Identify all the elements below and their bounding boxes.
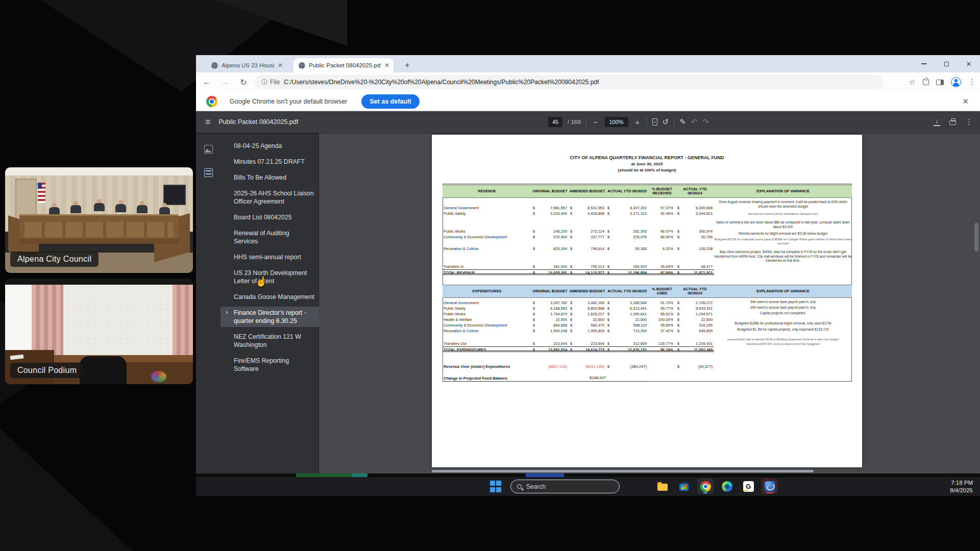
address-bar[interactable]: ⓘ File C:/Users/steves/OneDrive%20-%20Ci… [254, 75, 883, 89]
table-row: General Government $7,981,557 $8,531,953… [443, 205, 714, 211]
globe-favicon [211, 62, 218, 69]
chrome-logo-icon [206, 96, 217, 107]
col-header: ORIGINAL BUDGET [531, 285, 569, 297]
photos-app-icon[interactable] [719, 479, 735, 494]
feed-label: Alpena City Council [10, 252, 99, 267]
background-shape [0, 429, 133, 551]
tab-alpena-housing[interactable]: Alpena US 23 Housing Overvie ✕ [206, 58, 287, 72]
taskbar-search[interactable]: Search [510, 480, 620, 493]
window-controls: ✕ [913, 55, 980, 72]
bookmark-star-icon[interactable]: ☆ [909, 78, 916, 87]
zoom-out-icon[interactable]: − [592, 118, 600, 127]
url-text: C:/Users/steves/OneDrive%20-%20City%20of… [284, 79, 599, 86]
back-icon[interactable]: ← [199, 74, 214, 90]
restore-button[interactable] [935, 55, 958, 72]
new-tab-button[interactable]: + [401, 59, 413, 71]
g-app-icon[interactable]: G [740, 479, 756, 494]
minimize-button[interactable] [913, 55, 935, 72]
taskbar-clock[interactable]: 7:18 PM 8/4/2025 [950, 479, 973, 494]
outline-item[interactable]: Fire/EMS Reporting Software [220, 355, 319, 375]
redo-icon[interactable]: ↷ [702, 117, 709, 127]
download-icon[interactable]: ↓ [934, 118, 940, 126]
outline-panel-button[interactable] [200, 164, 216, 181]
table-row: Public Works $248,230 $273,124 $262,393 … [443, 229, 714, 234]
rotate-icon[interactable]: ↺ [663, 117, 669, 127]
outline-item[interactable]: NEZ Certification 121 W Washington [220, 331, 319, 351]
pdf-page: CITY OF ALPENA QUARTERLY FINANCIAL REPOR… [432, 135, 862, 467]
podium-chair [80, 356, 127, 384]
toolbar-right: ☆ ⋮ [909, 75, 976, 89]
variance-note: Reimbursements for blight removal are $1… [714, 232, 852, 236]
menu-dots-icon[interactable]: ⋮ [968, 78, 976, 87]
outline-item[interactable]: Canada Goose Management [220, 291, 319, 303]
streaming-app-icon[interactable] [762, 479, 778, 494]
table-row: Recreation & Culture $820,304 $796,614 $… [443, 246, 714, 252]
set-as-default-button[interactable]: Set as default [361, 94, 419, 109]
chamber-ceiling [5, 167, 193, 176]
browser-toolbar: ← → ↻ ⓘ File C:/Users/steves/OneDrive%20… [196, 72, 980, 92]
file-scheme-chip[interactable]: ⓘ File [261, 78, 280, 87]
table-row: Recreation & Culture $1,500,248 $1,905,8… [443, 328, 714, 334]
print-icon[interactable] [949, 120, 956, 125]
revenue-rows: General Government $7,981,557 $8,531,953… [443, 205, 714, 275]
pdf-menu-icon[interactable]: ≡ [205, 117, 211, 128]
time: 7:18 PM [950, 479, 973, 487]
side-panel-icon[interactable] [936, 80, 944, 85]
zoom-in-icon[interactable]: + [633, 118, 642, 127]
revenue-header-row: REVENUE ORIGINAL BUDGET AMENDED BUDGET A… [443, 185, 852, 198]
extensions-icon[interactable] [923, 79, 929, 85]
vertical-scrollbar-thumb[interactable] [974, 223, 978, 252]
pdf-actions: ↓ ⋮ [934, 111, 973, 133]
more-options-icon[interactable]: ⋮ [965, 117, 973, 127]
profile-avatar[interactable] [951, 77, 961, 87]
page-number-input[interactable]: 45 [548, 117, 562, 127]
outline-item[interactable]: Finance Director's report - quarter endi… [220, 307, 319, 327]
horizontal-scrollbar-thumb[interactable] [432, 470, 814, 472]
outline-item[interactable]: Bills To Be Allowed [220, 171, 319, 184]
chrome-taskbar-icon[interactable] [697, 479, 714, 494]
undo-icon[interactable]: ↶ [691, 117, 698, 127]
table-row: Transfers Out $223,694 $223,694 $312,659… [443, 341, 714, 346]
fit-to-page-icon[interactable] [652, 118, 657, 126]
fund-balance-value: $188,937 [562, 375, 606, 380]
microsoft-store-icon[interactable] [676, 479, 692, 494]
council-chamber-video-feed: Alpena City Council [5, 167, 193, 273]
outline-icon [204, 168, 213, 177]
thumbnails-panel-button[interactable] [200, 141, 216, 157]
chrome-window: Alpena US 23 Housing Overvie ✕ Public Pa… [196, 55, 980, 473]
close-button[interactable]: ✕ [958, 55, 980, 72]
outline-item[interactable]: HHS semi-annual report [220, 251, 319, 263]
divider [647, 117, 647, 127]
col-header: ORIGINAL BUDGET [531, 185, 569, 197]
tab-close-icon[interactable]: ✕ [384, 62, 389, 69]
start-button[interactable] [490, 481, 502, 492]
outline-item[interactable]: 08-04-25 Agenda [220, 140, 319, 152]
search-label: Search [526, 483, 546, 490]
banner-close-icon[interactable]: ✕ [962, 97, 969, 106]
forward-icon[interactable]: → [217, 74, 233, 90]
outline-item[interactable]: US 23 North Development Letter of Intent [220, 267, 319, 287]
tab-close-icon[interactable]: ✕ [278, 62, 283, 69]
banner-text: Google Chrome isn't your default browser [230, 98, 347, 105]
reload-icon[interactable]: ↻ [236, 74, 251, 90]
outline-item[interactable]: Board List 08042025 [220, 211, 319, 223]
col-header: ACTUAL YTD 06/30/25 [606, 285, 648, 297]
table-row: Public Safety $3,033,400 $3,428,896 $3,1… [443, 211, 714, 216]
date: 8/4/2025 [950, 487, 973, 494]
outline-item[interactable]: Renewal of Auditing Services [220, 227, 319, 247]
council-member [158, 203, 172, 215]
outline-item[interactable]: 2025-26 AHS School Liaison Officer Agree… [220, 187, 319, 208]
revenue-over-under-row: Revenue Over (Under) Expenditures ($857,… [443, 364, 714, 369]
pdf-page-area: CITY OF ALPENA QUARTERLY FINANCIAL REPOR… [320, 133, 980, 473]
file-explorer-icon[interactable] [654, 479, 671, 494]
tab-public-packet[interactable]: Public Packet 08042025.pdf ✕ [293, 58, 394, 72]
zoom-level[interactable]: 100% [605, 117, 628, 127]
annotate-pen-icon[interactable]: ✎ [679, 117, 686, 127]
divider [674, 117, 674, 127]
pdf-page-controls: 45 / 169 − 100% + ↺ ✎ ↶ ↷ [548, 111, 709, 133]
table-row: TOTAL EXPENDITURES $13,892,524 $14,614,7… [443, 346, 714, 352]
col-header: ACTUAL YTD 06/30/25 [606, 185, 648, 197]
lens-glare [151, 371, 166, 382]
council-member [48, 203, 61, 215]
outline-item[interactable]: Minutes 07.21.25 DRAFT [220, 156, 319, 168]
